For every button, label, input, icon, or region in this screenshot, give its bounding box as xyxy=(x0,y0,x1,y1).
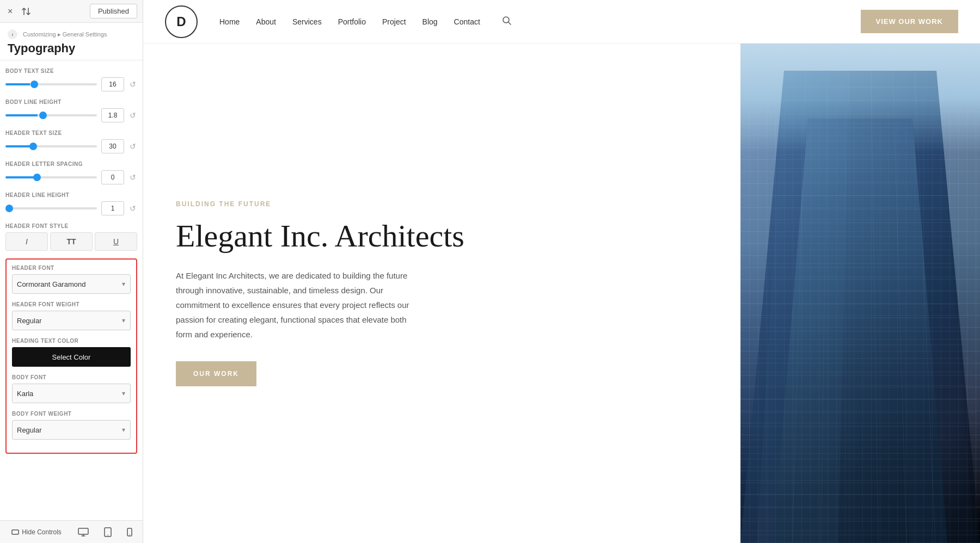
nav-about[interactable]: About xyxy=(256,17,276,26)
svg-rect-0 xyxy=(12,530,19,534)
header-line-height-value: 1 xyxy=(101,201,124,215)
page-title: Typography xyxy=(8,41,135,55)
header-line-height-group: HEADER LINE HEIGHT 1 ↺ xyxy=(5,192,137,215)
our-work-button[interactable]: OUR WORK xyxy=(176,361,256,386)
mobile-view-button[interactable] xyxy=(124,526,136,539)
controls-area: BODY TEXT SIZE 16 ↺ BODY LINE HEIGHT 1.8… xyxy=(0,60,143,520)
header-text-size-reset[interactable]: ↺ xyxy=(128,141,137,152)
nav-blog[interactable]: Blog xyxy=(422,17,438,26)
body-font-label: BODY FONT xyxy=(12,374,131,380)
header-text-size-group: HEADER TEXT SIZE 30 ↺ xyxy=(5,130,137,153)
header-letter-spacing-reset[interactable]: ↺ xyxy=(128,172,137,183)
body-font-select[interactable]: Karla Open Sans Lato Roboto xyxy=(12,384,131,403)
heading-text-color-label: HEADING TEXT COLOR xyxy=(12,338,131,344)
nav-home[interactable]: Home xyxy=(219,17,240,26)
published-button[interactable]: Published xyxy=(90,4,137,18)
customizer-panel: × Published ‹ Customizing ▸ General Sett… xyxy=(0,0,143,543)
header-font-style-label: HEADER FONT STYLE xyxy=(5,223,137,229)
top-bar-icons: × xyxy=(5,4,33,18)
highlighted-section: HEADER FONT Cormorant Garamond Playfair … xyxy=(5,258,137,454)
hero-description: At Elegant Inc Architects, we are dedica… xyxy=(176,268,415,342)
breadcrumb-area: ‹ Customizing ▸ General Settings Typogra… xyxy=(0,23,143,60)
view-work-button[interactable]: VIEW OUR WORK xyxy=(861,10,959,33)
nav-services[interactable]: Services xyxy=(292,17,322,26)
header-text-size-label: HEADER TEXT SIZE xyxy=(5,130,137,136)
desktop-view-button[interactable] xyxy=(75,526,92,539)
hero-left: BUILDING THE FUTURE Elegant Inc. Archite… xyxy=(143,44,740,543)
body-line-height-slider[interactable] xyxy=(5,114,97,116)
header-font-weight-label: HEADER FONT WEIGHT xyxy=(12,301,131,307)
header-font-weight-select[interactable]: Regular Bold Light Medium xyxy=(12,311,131,330)
svg-point-5 xyxy=(129,534,130,534)
site-logo: D xyxy=(165,5,198,38)
bottom-bar: Hide Controls xyxy=(0,520,143,543)
nav-portfolio[interactable]: Portfolio xyxy=(338,17,366,26)
site-nav: D Home About Services Portfolio Project … xyxy=(143,0,980,44)
swap-button[interactable] xyxy=(19,4,33,18)
breadcrumb: ‹ Customizing ▸ General Settings xyxy=(8,29,135,39)
hide-controls-label: Hide Controls xyxy=(22,528,62,536)
body-font-group: BODY FONT Karla Open Sans Lato Roboto xyxy=(12,374,131,403)
header-font-weight-group: HEADER FONT WEIGHT Regular Bold Light Me… xyxy=(12,301,131,330)
header-letter-spacing-slider[interactable] xyxy=(5,176,97,178)
heading-text-color-group: HEADING TEXT COLOR Select Color xyxy=(12,338,131,367)
hero-title: Elegant Inc. Architects xyxy=(176,219,708,254)
body-text-size-slider[interactable] xyxy=(5,83,97,85)
site-menu: Home About Services Portfolio Project Bl… xyxy=(219,16,861,28)
body-text-size-group: BODY TEXT SIZE 16 ↺ xyxy=(5,68,137,91)
body-text-size-value: 16 xyxy=(101,77,124,91)
top-bar: × Published xyxy=(0,0,143,23)
header-letter-spacing-group: HEADER LETTER SPACING 0 ↺ xyxy=(5,161,137,184)
hide-controls-button[interactable]: Hide Controls xyxy=(7,526,66,538)
body-text-size-reset[interactable]: ↺ xyxy=(128,79,137,90)
header-font-style-group: HEADER FONT STYLE I TT U xyxy=(5,223,137,251)
header-font-weight-select-wrapper: Regular Bold Light Medium xyxy=(12,311,131,330)
breadcrumb-path: Customizing ▸ General Settings xyxy=(23,31,107,38)
building-image xyxy=(740,44,980,543)
site-preview: D Home About Services Portfolio Project … xyxy=(143,0,980,543)
header-line-height-label: HEADER LINE HEIGHT xyxy=(5,192,137,198)
svg-point-3 xyxy=(107,534,108,535)
nav-contact[interactable]: Contact xyxy=(454,17,480,26)
close-button[interactable]: × xyxy=(5,4,15,18)
header-text-size-slider[interactable] xyxy=(5,145,97,147)
header-text-size-value: 30 xyxy=(101,139,124,153)
header-font-select[interactable]: Cormorant Garamond Playfair Display Geor… xyxy=(12,274,131,294)
hero-tagline: BUILDING THE FUTURE xyxy=(176,200,708,208)
header-line-height-slider[interactable] xyxy=(5,207,97,209)
body-font-weight-label: BODY FONT WEIGHT xyxy=(12,411,131,417)
body-font-weight-select-wrapper: Regular Bold Light Medium xyxy=(12,420,131,440)
header-letter-spacing-label: HEADER LETTER SPACING xyxy=(5,161,137,167)
body-line-height-group: BODY LINE HEIGHT 1.8 ↺ xyxy=(5,99,137,122)
body-text-size-label: BODY TEXT SIZE xyxy=(5,68,137,74)
header-font-group: HEADER FONT Cormorant Garamond Playfair … xyxy=(12,265,131,294)
tablet-view-button[interactable] xyxy=(101,525,115,539)
body-font-weight-select[interactable]: Regular Bold Light Medium xyxy=(12,420,131,440)
uppercase-button[interactable]: TT xyxy=(50,232,93,251)
back-button[interactable]: ‹ xyxy=(8,29,17,39)
nav-project[interactable]: Project xyxy=(382,17,406,26)
body-font-weight-group: BODY FONT WEIGHT Regular Bold Light Medi… xyxy=(12,411,131,440)
svg-point-6 xyxy=(503,17,509,23)
body-font-select-wrapper: Karla Open Sans Lato Roboto xyxy=(12,384,131,403)
header-letter-spacing-value: 0 xyxy=(101,170,124,184)
svg-rect-1 xyxy=(78,528,88,534)
header-line-height-reset[interactable]: ↺ xyxy=(128,203,137,214)
font-style-row: I TT U xyxy=(5,232,137,251)
search-icon[interactable] xyxy=(502,16,512,28)
italic-button[interactable]: I xyxy=(5,232,48,251)
body-line-height-value: 1.8 xyxy=(101,108,124,122)
underline-button[interactable]: U xyxy=(95,232,137,251)
hero-right xyxy=(740,44,980,543)
body-line-height-reset[interactable]: ↺ xyxy=(128,110,137,121)
body-line-height-label: BODY LINE HEIGHT xyxy=(5,99,137,105)
color-select-button[interactable]: Select Color xyxy=(12,347,131,367)
site-body: BUILDING THE FUTURE Elegant Inc. Archite… xyxy=(143,44,980,543)
header-font-select-wrapper: Cormorant Garamond Playfair Display Geor… xyxy=(12,274,131,294)
header-font-label: HEADER FONT xyxy=(12,265,131,271)
